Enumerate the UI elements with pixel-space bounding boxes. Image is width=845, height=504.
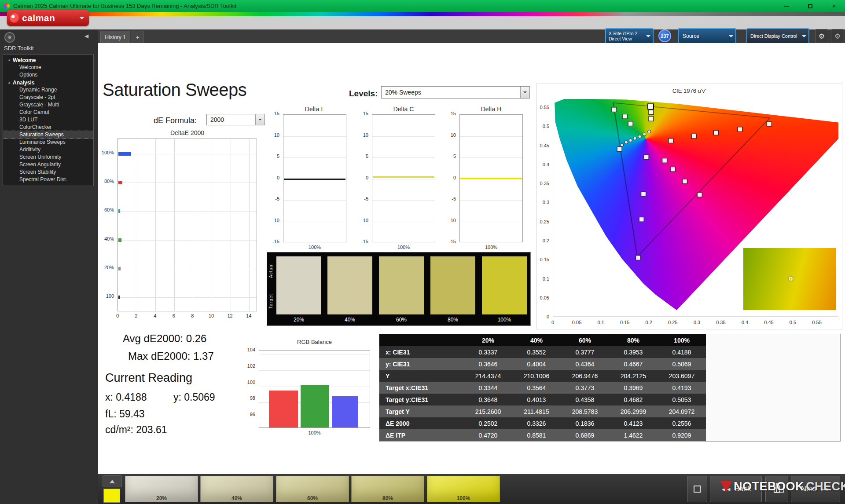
meter-count-badge[interactable]: 237 bbox=[658, 29, 671, 42]
deltae-bar bbox=[118, 209, 120, 213]
patch-button-20%[interactable]: 20% bbox=[125, 476, 198, 502]
rgb-ylabels: 1041021009896 bbox=[241, 339, 257, 431]
preferences-gear-button[interactable]: ⚙ bbox=[831, 29, 844, 43]
square-icon bbox=[694, 486, 701, 493]
pages-button[interactable] bbox=[765, 476, 788, 502]
table-header-cell: 100% bbox=[658, 334, 706, 346]
table-cell: 0.4720 bbox=[464, 429, 512, 441]
sidebar-item-screen-uniformity[interactable]: Screen Uniformity bbox=[3, 153, 93, 161]
formula-label: dE Formula: bbox=[154, 116, 197, 125]
patch-button-40%[interactable]: 40% bbox=[200, 476, 273, 502]
add-tab-button[interactable]: + bbox=[132, 31, 143, 43]
tab-history-1[interactable]: History 1 bbox=[100, 31, 130, 43]
settings-gear-button[interactable]: ⚙ bbox=[815, 29, 828, 43]
formula-dropdown[interactable]: 2000 bbox=[206, 114, 265, 125]
levels-dropdown[interactable]: 20% Sweeps bbox=[381, 86, 530, 99]
sidebar-item-luminance-sweeps[interactable]: Luminance Sweeps bbox=[3, 139, 93, 146]
table-cell: 0.2502 bbox=[464, 417, 512, 429]
patch-button-label: 20% bbox=[125, 495, 198, 501]
sidebar-item-options[interactable]: Options bbox=[3, 71, 93, 79]
results-panel: 20%40%60%80%100%x: CIE310.33370.35520.37… bbox=[379, 334, 841, 442]
sidebar-group-analysis[interactable]: ▴Analysis bbox=[3, 79, 93, 86]
sidebar-item-grayscale-2pt[interactable]: Grayscale - 2pt bbox=[3, 94, 93, 101]
table-header-cell: 80% bbox=[609, 334, 658, 346]
next-button[interactable]: Next ►► bbox=[791, 476, 840, 502]
sidebar-item-welcome[interactable]: Welcome bbox=[3, 64, 93, 71]
table-cell: 0.3564 bbox=[512, 382, 561, 394]
swatch-100% bbox=[482, 256, 527, 314]
patch-button-label: 80% bbox=[352, 495, 424, 501]
expander-icon[interactable]: ▴ bbox=[8, 58, 10, 62]
collapse-sidebar-button[interactable]: ◀ bbox=[84, 33, 88, 39]
patch-up-button[interactable] bbox=[103, 475, 122, 487]
sidebar-item-grayscale-multi[interactable]: Grayscale - Multi bbox=[3, 101, 93, 109]
cie-measured-marker bbox=[643, 133, 646, 136]
table-cell: 0.3953 bbox=[609, 346, 658, 358]
delta-l-chart: Delta L 151050-5-10-15 100% bbox=[265, 106, 347, 253]
expander-icon[interactable]: ▴ bbox=[8, 80, 10, 84]
patch-button-80%[interactable]: 80% bbox=[351, 476, 424, 502]
sidebar-item-saturation-sweeps[interactable]: Saturation Sweeps bbox=[3, 131, 93, 139]
delta-h-xlabel: 100% bbox=[459, 245, 523, 250]
cie-target-marker bbox=[670, 167, 675, 172]
minimize-button[interactable] bbox=[780, 0, 793, 12]
meter-dropdown[interactable]: X-Rite i1Pro 2 Direct View bbox=[605, 28, 654, 44]
sidebar-item-spectral-power-dist-[interactable]: Spectral Power Dist. bbox=[3, 176, 93, 183]
table-cell: 204.0972 bbox=[658, 405, 706, 417]
calman-logo-text: calman bbox=[22, 13, 79, 23]
table-row: Y214.4374210.1006206.9476204.2125203.609… bbox=[379, 370, 706, 382]
back-button[interactable]: ◄◄ Back bbox=[710, 476, 762, 502]
patch-button-60%[interactable]: 60% bbox=[276, 476, 349, 502]
cie-measured-marker bbox=[620, 143, 623, 146]
table-cell: 1.4622 bbox=[609, 429, 658, 441]
main-content: Saturation Sweeps Levels: 20% Sweeps dE … bbox=[98, 43, 845, 474]
table-cell: 215.2600 bbox=[464, 405, 512, 417]
rainbow-strip bbox=[0, 12, 845, 16]
table-cell: 0.4358 bbox=[561, 394, 609, 405]
swatch-60% bbox=[379, 256, 424, 314]
display-control-dropdown[interactable]: Direct Display Control bbox=[746, 28, 809, 44]
maximize-button[interactable] bbox=[804, 0, 817, 12]
sidebar-group-welcome[interactable]: ▴Welcome bbox=[3, 56, 93, 64]
close-button[interactable]: × bbox=[827, 0, 841, 12]
cie-target-marker bbox=[649, 110, 654, 114]
sidebar-item-screen-angularity[interactable]: Screen Angularity bbox=[3, 161, 93, 168]
workflow-icon[interactable] bbox=[4, 32, 15, 43]
delta_l-line bbox=[284, 179, 345, 180]
cie-target-marker bbox=[691, 134, 696, 138]
delta-c-chart: Delta C 151050-5-10-15 100% bbox=[354, 106, 436, 253]
display-control-label: Direct Display Control bbox=[750, 33, 797, 39]
sidebar-item-dynamic-range[interactable]: Dynamic Range bbox=[3, 86, 93, 94]
sidebar-item-colorchecker[interactable]: ColorChecker bbox=[3, 124, 93, 131]
delta-h-chart: Delta H 151050-5-10-15 100% bbox=[442, 106, 524, 253]
calman-menu-button[interactable]: calman bbox=[7, 10, 89, 26]
cie-measured-marker bbox=[638, 135, 641, 138]
table-row-label: Y bbox=[379, 370, 464, 382]
table-cell: 0.3326 bbox=[512, 417, 561, 429]
deltae-ylabels: 100%80%60%40%20%100 bbox=[98, 139, 116, 311]
table-cell: 0.3646 bbox=[464, 358, 512, 370]
swatch-label: 60% bbox=[379, 317, 424, 323]
cie-target-marker bbox=[612, 107, 617, 112]
sidebar-item-additivity[interactable]: Additivity bbox=[3, 146, 93, 153]
swatch-label: 80% bbox=[430, 317, 475, 323]
sidebar-item-color-gamut[interactable]: Color Gamut bbox=[3, 109, 93, 116]
chevron-down-icon bbox=[520, 87, 529, 98]
source-dropdown[interactable]: Source bbox=[678, 28, 736, 44]
cie-measured-marker bbox=[633, 137, 636, 140]
cie-target-marker bbox=[767, 122, 772, 126]
sidebar-item-screen-stability[interactable]: Screen Stability bbox=[3, 168, 93, 176]
table-cell: 0.8581 bbox=[512, 429, 561, 441]
meter-name: X-Rite i1Pro 2 bbox=[609, 31, 645, 36]
meter-labels: X-Rite i1Pro 2 Direct View bbox=[609, 31, 645, 41]
table-cell: 214.4374 bbox=[464, 370, 512, 382]
table-cell: 0.4193 bbox=[658, 382, 706, 394]
inset-point-marker bbox=[789, 277, 793, 281]
sidebar-item-3d-lut[interactable]: 3D LUT bbox=[3, 116, 93, 124]
cie-ylabels: 0.550.50.450.40.350.30.250.20.150.10.050 bbox=[536, 84, 551, 329]
table-cell: 0.5053 bbox=[658, 394, 706, 405]
cie-target-marker bbox=[622, 114, 627, 119]
maximize-icon bbox=[808, 4, 812, 8]
patch-button-100%[interactable]: 100% bbox=[427, 476, 500, 502]
layout-toggle-button[interactable] bbox=[687, 476, 707, 502]
